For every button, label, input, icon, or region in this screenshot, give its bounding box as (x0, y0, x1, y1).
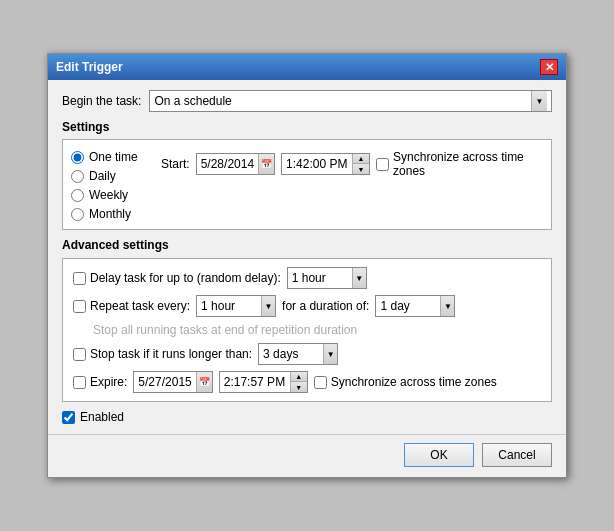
advanced-label: Advanced settings (62, 238, 552, 252)
expire-spin-up[interactable]: ▲ (291, 372, 307, 382)
expire-date-text: 5/27/2015 (134, 375, 195, 389)
expire-sync-checkbox[interactable] (314, 376, 327, 389)
stop-task-row: Stop task if it runs longer than: 3 days… (73, 343, 541, 365)
start-date-field[interactable]: 5/28/2014 📅 (196, 153, 275, 175)
repeat-value-combo[interactable]: 1 hour ▼ (196, 295, 276, 317)
settings-right: Start: 5/28/2014 📅 1:42:00 PM ▲ ▼ (161, 148, 543, 221)
radio-weekly-input[interactable] (71, 189, 84, 202)
begin-task-row: Begin the task: On a schedule ▼ (62, 90, 552, 112)
expire-time-text: 2:17:57 PM (220, 375, 290, 389)
repeat-task-checkbox[interactable] (73, 300, 86, 313)
delay-value-text: 1 hour (288, 271, 352, 285)
expire-sync-row: Synchronize across time zones (314, 375, 497, 389)
radio-daily-input[interactable] (71, 170, 84, 183)
sync-checkbox[interactable] (376, 158, 389, 171)
expire-row: Expire: 5/27/2015 📅 2:17:57 PM ▲ ▼ Synch… (73, 371, 541, 393)
stop-running-label: Stop all running tasks at end of repetit… (93, 323, 357, 337)
radio-group: One time Daily Weekly Monthly (71, 148, 151, 221)
begin-task-combo[interactable]: On a schedule ▼ (149, 90, 552, 112)
delay-task-checkbox[interactable] (73, 272, 86, 285)
expire-checkbox[interactable] (73, 376, 86, 389)
duration-value-text: 1 day (376, 299, 440, 313)
start-time-field[interactable]: 1:42:00 PM ▲ ▼ (281, 153, 370, 175)
begin-task-label: Begin the task: (62, 94, 141, 108)
start-time-text: 1:42:00 PM (282, 157, 352, 171)
radio-daily[interactable]: Daily (71, 169, 151, 183)
repeat-task-row: Repeat task every: 1 hour ▼ for a durati… (73, 295, 541, 317)
expire-time-field[interactable]: 2:17:57 PM ▲ ▼ (219, 371, 308, 393)
stop-task-checkbox-row: Stop task if it runs longer than: (73, 347, 252, 361)
repeat-task-checkbox-row: Repeat task every: (73, 299, 190, 313)
settings-label: Settings (62, 120, 552, 134)
cancel-button[interactable]: Cancel (482, 443, 552, 467)
expire-date-picker-btn[interactable]: 📅 (196, 372, 212, 392)
radio-one-time-input[interactable] (71, 151, 84, 164)
stop-task-value-text: 3 days (259, 347, 323, 361)
time-spin-up[interactable]: ▲ (353, 154, 369, 164)
duration-label: for a duration of: (282, 299, 369, 313)
time-spin-btns: ▲ ▼ (352, 154, 369, 174)
sync-checkbox-row: Synchronize across time zones (376, 150, 543, 178)
enabled-label: Enabled (80, 410, 124, 424)
repeat-combo-arrow[interactable]: ▼ (261, 296, 275, 316)
ok-button[interactable]: OK (404, 443, 474, 467)
expire-date-field[interactable]: 5/27/2015 📅 (133, 371, 212, 393)
stop-task-value-combo[interactable]: 3 days ▼ (258, 343, 338, 365)
advanced-section: Delay task for up to (random delay): 1 h… (62, 258, 552, 402)
begin-task-combo-arrow[interactable]: ▼ (531, 91, 547, 111)
title-bar: Edit Trigger ✕ (48, 54, 566, 80)
radio-monthly[interactable]: Monthly (71, 207, 151, 221)
delay-task-row: Delay task for up to (random delay): 1 h… (73, 267, 541, 289)
repeat-value-text: 1 hour (197, 299, 261, 313)
expire-spin-down[interactable]: ▼ (291, 382, 307, 392)
enabled-row: Enabled (62, 410, 552, 424)
start-date-picker-btn[interactable]: 📅 (258, 154, 274, 174)
delay-combo-arrow[interactable]: ▼ (352, 268, 366, 288)
duration-value-combo[interactable]: 1 day ▼ (375, 295, 455, 317)
edit-trigger-dialog: Edit Trigger ✕ Begin the task: On a sche… (47, 53, 567, 478)
stop-running-row: Stop all running tasks at end of repetit… (73, 323, 541, 337)
start-date-text: 5/28/2014 (197, 157, 258, 171)
sync-label: Synchronize across time zones (393, 150, 543, 178)
radio-one-time[interactable]: One time (71, 150, 151, 164)
stop-task-label: Stop task if it runs longer than: (90, 347, 252, 361)
time-spin-down[interactable]: ▼ (353, 164, 369, 174)
stop-task-checkbox[interactable] (73, 348, 86, 361)
start-row: Start: 5/28/2014 📅 1:42:00 PM ▲ ▼ (161, 150, 543, 178)
start-label: Start: (161, 157, 190, 171)
close-button[interactable]: ✕ (540, 59, 558, 75)
expire-spin-btns: ▲ ▼ (290, 372, 307, 392)
enabled-checkbox[interactable] (62, 411, 75, 424)
expire-label: Expire: (90, 375, 127, 389)
radio-weekly[interactable]: Weekly (71, 188, 151, 202)
delay-task-label: Delay task for up to (random delay): (90, 271, 281, 285)
delay-task-checkbox-row: Delay task for up to (random delay): (73, 271, 281, 285)
delay-value-combo[interactable]: 1 hour ▼ (287, 267, 367, 289)
radio-monthly-input[interactable] (71, 208, 84, 221)
repeat-task-label: Repeat task every: (90, 299, 190, 313)
settings-box: One time Daily Weekly Monthly Start: (62, 139, 552, 230)
dialog-content: Begin the task: On a schedule ▼ Settings… (48, 80, 566, 434)
expire-checkbox-row: Expire: (73, 375, 127, 389)
button-row: OK Cancel (48, 434, 566, 477)
duration-combo-arrow[interactable]: ▼ (440, 296, 454, 316)
stop-task-combo-arrow[interactable]: ▼ (323, 344, 337, 364)
dialog-title: Edit Trigger (56, 60, 123, 74)
begin-task-value: On a schedule (154, 94, 531, 108)
expire-sync-label: Synchronize across time zones (331, 375, 497, 389)
